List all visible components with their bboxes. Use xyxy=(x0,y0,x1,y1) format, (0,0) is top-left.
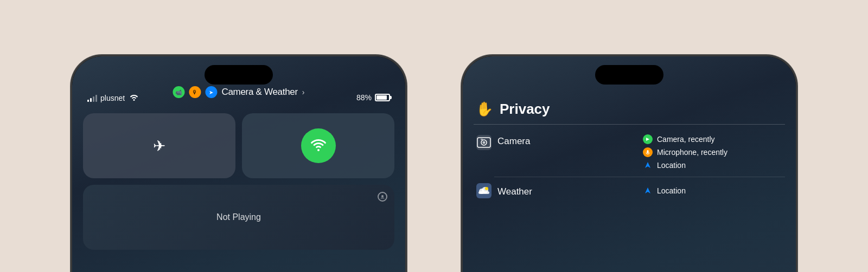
svg-marker-9 xyxy=(645,162,650,168)
svg-marker-15 xyxy=(645,187,650,193)
signal-bars xyxy=(87,94,97,102)
dynamic-island-2 xyxy=(595,65,663,85)
privacy-panel: ✋ Privacy Camera xyxy=(474,93,785,204)
hand-icon: ✋ xyxy=(476,101,493,118)
camera-access-location: Location xyxy=(643,160,783,170)
svg-rect-8 xyxy=(647,150,649,153)
camera-indicator-dot: 📹 xyxy=(173,86,184,98)
camera-access-list: Camera, recently Microphone, recently xyxy=(643,134,783,170)
weather-access-text-location: Location xyxy=(657,186,686,195)
airplay-icon[interactable] xyxy=(377,191,388,205)
camera-app-row: Camera Camera, recently Micr xyxy=(474,128,785,177)
phone-frame-2: ✋ Privacy Camera xyxy=(461,55,797,272)
battery-fill xyxy=(376,95,387,100)
signal-bar-4 xyxy=(95,95,97,102)
privacy-panel-title: ✋ Privacy xyxy=(474,93,785,124)
camera-access-text-mic: Microphone, recently xyxy=(657,148,727,157)
battery-icon xyxy=(375,94,390,101)
phone-screen-1: 📹 🎙 ➤ Camera & Weather › xyxy=(72,56,405,272)
location-indicator-dot: ➤ xyxy=(205,86,217,98)
svg-marker-7 xyxy=(646,138,649,141)
status-bar-left: plusnet xyxy=(87,93,139,102)
weather-access-location: Location xyxy=(643,186,783,196)
privacy-title-text: Privacy xyxy=(500,101,550,118)
svg-rect-6 xyxy=(481,139,483,140)
camera-access-dot-location xyxy=(643,160,653,170)
mic-indicator-dot: 🎙 xyxy=(189,86,201,98)
svg-point-14 xyxy=(485,187,488,190)
camera-access-dot-mic xyxy=(643,147,653,157)
airplane-mode-cell[interactable]: ✈ xyxy=(83,113,235,178)
weather-access-list: Location xyxy=(643,186,783,196)
camera-access-text-camera: Camera, recently xyxy=(657,135,715,144)
phone-1: 📹 🎙 ➤ Camera & Weather › xyxy=(54,0,423,272)
svg-point-1 xyxy=(381,195,384,197)
battery-percent: 88% xyxy=(356,93,372,102)
camera-app-icon xyxy=(476,134,492,151)
airplane-icon: ✈ xyxy=(153,137,165,155)
carrier-name: plusnet xyxy=(100,94,125,102)
wifi-active-icon xyxy=(301,128,336,163)
camera-access-text-location: Location xyxy=(657,161,686,170)
signal-bar-2 xyxy=(90,98,92,102)
signal-bar-1 xyxy=(87,100,89,102)
wifi-icon xyxy=(129,93,139,102)
phone-screen-2: ✋ Privacy Camera xyxy=(463,56,796,272)
weather-app-name: Weather xyxy=(497,185,637,197)
divider-top xyxy=(474,124,785,125)
privacy-indicator-text: Camera & Weather xyxy=(221,87,297,98)
svg-point-5 xyxy=(483,141,486,144)
dynamic-island-1 xyxy=(205,65,273,85)
svg-rect-13 xyxy=(478,191,489,194)
phone-frame-1: 📹 🎙 ➤ Camera & Weather › xyxy=(71,55,407,272)
camera-app-name: Camera xyxy=(497,134,637,147)
phone-2: ✋ Privacy Camera xyxy=(445,0,814,272)
not-playing-label: Not Playing xyxy=(216,212,261,222)
weather-app-row: Weather Location xyxy=(474,177,785,204)
media-player-cell[interactable]: Not Playing xyxy=(83,185,394,250)
camera-access-camera: Camera, recently xyxy=(643,134,783,144)
signal-bar-3 xyxy=(93,96,94,102)
chevron-icon: › xyxy=(302,88,305,96)
weather-access-dot-location xyxy=(643,186,653,196)
camera-access-mic: Microphone, recently xyxy=(643,147,783,157)
wifi-cell[interactable] xyxy=(242,113,394,178)
camera-access-dot-camera xyxy=(643,134,653,144)
status-bar-right: 88% xyxy=(356,93,390,102)
weather-app-icon xyxy=(476,183,492,199)
privacy-indicator[interactable]: 📹 🎙 ➤ Camera & Weather › xyxy=(173,86,304,98)
control-grid: ✈ xyxy=(83,113,394,250)
